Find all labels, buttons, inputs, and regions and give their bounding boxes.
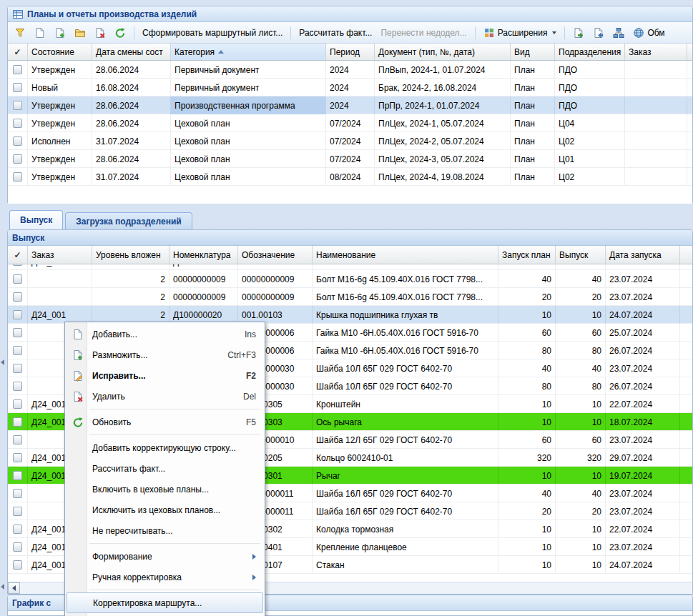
- menu-item[interactable]: Размножить...Ctrl+F3: [67, 344, 263, 365]
- org-structure-icon: [613, 27, 624, 39]
- table-row[interactable]: Д24_001Д100000020: [8, 264, 692, 270]
- column-header[interactable]: Заказ: [28, 246, 92, 264]
- filler-cell: [680, 556, 692, 574]
- menu-item[interactable]: ОбновитьF5: [67, 412, 263, 432]
- column-header[interactable]: Обозначение: [238, 246, 313, 264]
- menu-item-label: Добавить корректирующую строку...: [92, 443, 236, 453]
- cell: 00000000009: [238, 288, 313, 306]
- menu-item[interactable]: Исключить из цеховых планов...: [67, 500, 263, 520]
- cell: Цеховой план: [171, 114, 326, 132]
- column-header-select-all[interactable]: ✓: [8, 246, 28, 264]
- collapse-left-icon[interactable]: [1, 584, 4, 590]
- filler-cell: [687, 168, 692, 186]
- row-checkbox[interactable]: [13, 101, 22, 110]
- select-all-checkmark: ✓: [14, 250, 21, 260]
- tab-1[interactable]: Загрузка подразделений: [65, 212, 192, 229]
- row-checkbox[interactable]: [13, 83, 22, 92]
- table-row[interactable]: Новый16.08.2024Первичный документ2024Бра…: [8, 79, 692, 96]
- delete-button[interactable]: [91, 25, 109, 41]
- table-row[interactable]: Утвержден28.06.2024Производственная прог…: [8, 96, 692, 114]
- row-checkbox[interactable]: [13, 310, 22, 319]
- menu-item[interactable]: Добавить корректирующую строку...: [67, 437, 263, 458]
- row-checkbox[interactable]: [13, 453, 22, 462]
- move-backlog-button[interactable]: Перенести недодел...: [377, 26, 470, 40]
- menu-item-label: Рассчитать факт...: [92, 464, 165, 474]
- scroll-left-button[interactable]: [8, 582, 20, 594]
- table-row[interactable]: 20000000000900000000009Болт М16-6g 45.10…: [8, 270, 692, 288]
- cell: Новый: [28, 79, 92, 96]
- collapse-left-icon[interactable]: [1, 359, 4, 365]
- row-checkbox[interactable]: [13, 489, 22, 498]
- menu-item[interactable]: Добавить...Ins: [67, 324, 263, 344]
- column-header[interactable]: Номенклатура: [169, 246, 238, 264]
- row-checkbox[interactable]: [13, 399, 22, 409]
- row-checkbox[interactable]: [13, 264, 22, 266]
- menu-item[interactable]: Исправить...F2: [67, 365, 263, 386]
- export-document-button[interactable]: [569, 25, 588, 41]
- row-checkbox[interactable]: [13, 525, 22, 534]
- row-checkbox[interactable]: [13, 154, 22, 164]
- row-checkbox[interactable]: [13, 274, 22, 284]
- column-header[interactable]: Категория: [171, 44, 326, 60]
- org-structure-button[interactable]: [609, 25, 628, 41]
- column-header[interactable]: Период: [326, 44, 375, 60]
- row-checkbox[interactable]: [13, 560, 22, 570]
- column-header[interactable]: Дата запуска: [606, 246, 680, 264]
- menu-item[interactable]: Включить в цеховые планы...: [67, 479, 263, 500]
- table-row[interactable]: 20000000000900000000009Болт М16-6g 45.10…: [8, 288, 692, 306]
- row-checkbox[interactable]: [13, 172, 22, 182]
- calc-fact-button[interactable]: Рассчитать факт...: [295, 26, 375, 40]
- row-checkbox[interactable]: [13, 292, 22, 302]
- menu-item[interactable]: УдалитьDel: [67, 386, 263, 407]
- extensions-button[interactable]: Расширения: [480, 25, 561, 41]
- filter-button[interactable]: [11, 25, 29, 41]
- column-header-select-all[interactable]: ✓: [8, 44, 28, 60]
- copy-button[interactable]: [51, 25, 69, 41]
- row-checkbox[interactable]: [13, 364, 22, 373]
- menu-item[interactable]: Ручная корректировка: [67, 567, 263, 587]
- add-button[interactable]: [31, 25, 49, 41]
- column-header[interactable]: Запуск план: [498, 246, 556, 264]
- column-header[interactable]: Уровень вложен: [92, 246, 169, 264]
- row-checkbox[interactable]: [13, 328, 22, 337]
- column-header[interactable]: Наименование: [313, 246, 498, 264]
- row-check-cell: [8, 538, 28, 556]
- column-header[interactable]: Дата смены сост: [92, 44, 171, 60]
- import-document-button[interactable]: [589, 25, 608, 41]
- document-export-icon: [573, 27, 584, 39]
- column-header[interactable]: Подразделения: [555, 44, 625, 60]
- column-header[interactable]: Документ (тип, №, дата): [375, 44, 511, 60]
- row-checkbox[interactable]: [13, 136, 22, 146]
- column-header[interactable]: Вид: [511, 44, 555, 60]
- menu-item[interactable]: Рассчитать факт...: [67, 458, 263, 479]
- column-header-label: Заказ: [629, 47, 651, 57]
- panel-icon: [12, 9, 24, 20]
- menu-item[interactable]: Не пересчитывать...: [67, 520, 263, 541]
- cell: ПлЦех, 2024-3, 05.07.2024: [375, 150, 511, 168]
- column-header[interactable]: Состояние: [28, 44, 92, 60]
- table-row[interactable]: Исполнен31.07.2024Цеховой план07/2024ПлЦ…: [8, 132, 692, 150]
- exchange-button[interactable]: Обм: [629, 25, 668, 41]
- table-row[interactable]: Утвержден28.06.2024Цеховой план07/2024Пл…: [8, 150, 692, 168]
- menu-item[interactable]: Формирование: [67, 546, 263, 567]
- row-checkbox[interactable]: [13, 507, 22, 516]
- row-checkbox[interactable]: [13, 471, 22, 480]
- table-row[interactable]: Утвержден28.06.2024Цеховой план07/2024Пл…: [8, 114, 692, 132]
- row-checkbox[interactable]: [13, 417, 22, 427]
- refresh-button[interactable]: [111, 25, 129, 41]
- row-checkbox[interactable]: [13, 382, 22, 391]
- column-header[interactable]: Выпуск: [556, 246, 606, 264]
- form-route-sheet-button[interactable]: Сформировать маршрутный лист...: [139, 26, 286, 40]
- left-splitter[interactable]: [0, 209, 6, 616]
- row-checkbox[interactable]: [13, 346, 22, 355]
- row-checkbox[interactable]: [13, 119, 22, 128]
- row-checkbox[interactable]: [13, 435, 22, 444]
- row-checkbox[interactable]: [13, 65, 22, 74]
- row-checkbox[interactable]: [13, 542, 22, 552]
- table-row[interactable]: Утвержден31.07.2024Цеховой план08/2024Пл…: [8, 168, 692, 186]
- table-row[interactable]: Утвержден28.06.2024Первичный документ202…: [8, 61, 692, 79]
- tab-0[interactable]: Выпуск: [9, 210, 63, 229]
- column-header[interactable]: Заказ: [625, 44, 687, 60]
- menu-item[interactable]: Корректировка маршрута...: [67, 592, 263, 613]
- open-button[interactable]: [71, 25, 89, 41]
